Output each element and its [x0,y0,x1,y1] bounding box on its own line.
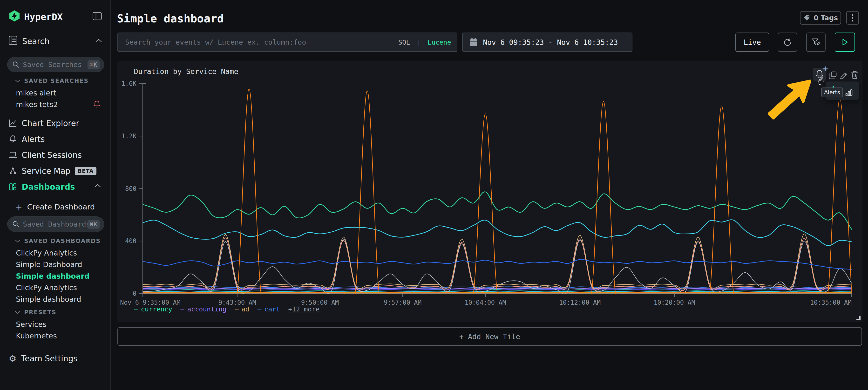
svg-text:10:35:00 AM: 10:35:00 AM [810,299,851,306]
saved-dashboard-simple-dashboard[interactable]: Simple dashboard [16,270,111,282]
tag-icon [803,14,810,22]
legend-swatch: — [257,305,261,313]
saved-search-mikes-alert[interactable]: mikes alert [16,87,111,99]
add-new-tile-button[interactable]: + Add New Tile [117,327,862,346]
legend-swatch: — [180,305,184,313]
duplicate-tile-button[interactable] [828,70,839,81]
kebab-menu-button[interactable] [846,11,859,25]
lucene-toggle[interactable]: Lucene [428,39,451,46]
series-orange-spike [143,89,851,307]
svg-text:Nov 6 9:35:00 AM: Nov 6 9:35:00 AM [120,299,180,306]
series-salmon [143,238,851,291]
sidebar-item-team-settings[interactable]: ⚙ Team Settings [9,354,78,363]
legend-item-currency[interactable]: —currency [134,305,172,313]
legend-swatch: — [235,305,239,313]
annotation-arrow [755,76,827,122]
legend-item-ad[interactable]: —ad [235,305,249,313]
sidebar-item-alerts[interactable]: Alerts [0,131,111,147]
search-icon [12,61,20,68]
presets-list: ServicesKubernetes [16,319,111,342]
kebab-icon [851,14,854,22]
sidebar-item-search[interactable]: Search [22,37,50,46]
copy-icon [828,71,838,80]
refresh-button[interactable] [778,33,797,52]
event-search-box[interactable]: SQL | Lucene [117,33,457,52]
run-query-button[interactable] [835,33,855,52]
legend-item-accounting[interactable]: —accounting [180,305,226,313]
series-cart [143,259,851,269]
nav-label: Client Sessions [22,151,82,160]
tile-title: Duration by Service Name [134,67,238,76]
saved-dashboard-simple-dashboard[interactable]: Simple dashboard [16,294,111,305]
sidebar-item-dashboards[interactable]: Dashboards [0,179,111,195]
saved-dashboard-clickpy-analytics[interactable]: ClickPy Analytics [16,247,111,259]
saved-dashboard-simple-dashboard[interactable]: Simple Dashboard [16,259,111,270]
svg-text:1.6K: 1.6K [121,80,136,87]
series-gray [143,239,851,294]
shortcut-badge: ⌘K [88,60,100,69]
sidebar: HyperDX Search ⌘K SAVED SEARCHES mikes a… [0,0,111,390]
presets-header[interactable]: PRESETS [15,309,56,316]
delete-tile-button[interactable] [849,70,860,81]
duration-chart[interactable]: 04008001.2K1.6KNov 6 9:35:00 AM9:43:00 A… [117,61,863,322]
search-section-icon [9,36,18,45]
sidebar-collapse-icon[interactable] [93,12,102,20]
saved-searches-search[interactable]: ⌘K [7,57,104,72]
svg-text:0: 0 [133,290,136,297]
calendar-icon [469,38,478,46]
event-search-input[interactable] [125,38,398,46]
time-range-picker[interactable]: Nov 6 09:35:23 - Nov 6 10:35:23 [462,33,632,52]
svg-text:10:12:00 AM: 10:12:00 AM [559,299,600,306]
tags-button[interactable]: 0 Tags [800,11,841,25]
tile-resize-handle[interactable] [857,316,861,320]
saved-searches-input[interactable] [23,61,88,69]
svg-text:9:50:00 AM: 9:50:00 AM [301,299,339,306]
saved-dashboards-header[interactable]: SAVED DASHBOARDS [15,238,101,245]
saved-search-mikes-tets2[interactable]: mikes tets2 [16,99,111,110]
query-language-toggle[interactable]: SQL | Lucene [398,39,451,46]
bar-chart-icon [845,89,853,96]
saved-dashboard-clickpy-analytics[interactable]: ClickPy Analytics [16,282,111,294]
service-map-icon [9,167,17,175]
sidebar-nav: Chart ExplorerAlertsClient SessionsServi… [0,115,111,195]
nav-label: Chart Explorer [22,119,79,128]
create-dashboard-button[interactable]: + Create Dashboard [16,202,95,212]
nav-label: Service Map [22,166,70,176]
svg-text:10:04:00 AM: 10:04:00 AM [465,299,506,306]
dashboards-icon [9,183,17,191]
svg-text:1.2K: 1.2K [121,133,136,140]
edit-tile-button[interactable] [839,70,850,81]
sidebar-item-service-map[interactable]: Service MapBETA [0,163,111,179]
legend-item-cart[interactable]: —cart [257,305,280,313]
time-range-value: Nov 6 09:35:23 - Nov 6 10:35:23 [483,38,618,46]
alert-bell-icon [93,100,101,108]
bell-icon [9,135,17,143]
preset-kubernetes[interactable]: Kubernetes [16,330,111,342]
chevron-up-icon [94,184,101,188]
hyperdx-app: HyperDX Search ⌘K SAVED SEARCHES mikes a… [0,0,868,390]
svg-text:9:43:00 AM: 9:43:00 AM [218,299,256,306]
pencil-icon [839,70,849,80]
search-section-chevron-up-icon[interactable] [95,39,102,42]
svg-text:9:57:00 AM: 9:57:00 AM [384,299,422,306]
series-currency [143,192,851,229]
preset-services[interactable]: Services [16,319,111,330]
saved-searches-header[interactable]: SAVED SEARCHES [15,77,89,84]
filter-button[interactable] [806,33,826,52]
sql-toggle[interactable]: SQL [398,39,410,46]
brand-name: HyperDX [24,11,63,22]
dashboard-tile: 04008001.2K1.6KNov 6 9:35:00 AM9:43:00 A… [117,61,863,322]
legend-more-link[interactable]: +12 more [288,305,319,313]
plus-icon: + [16,202,23,212]
search-icon [12,221,20,228]
chart-explorer-icon [9,119,17,127]
svg-text:400: 400 [125,237,136,245]
play-icon [841,38,849,46]
sidebar-item-client-sessions[interactable]: Client Sessions [0,147,111,163]
live-button[interactable]: Live [735,33,769,52]
sidebar-item-chart-explorer[interactable]: Chart Explorer [0,115,111,131]
series-ad [143,234,851,289]
series-cyan [143,220,851,246]
saved-dashboards-input[interactable] [23,220,88,228]
saved-dashboards-search[interactable]: ⌘K [7,217,104,232]
